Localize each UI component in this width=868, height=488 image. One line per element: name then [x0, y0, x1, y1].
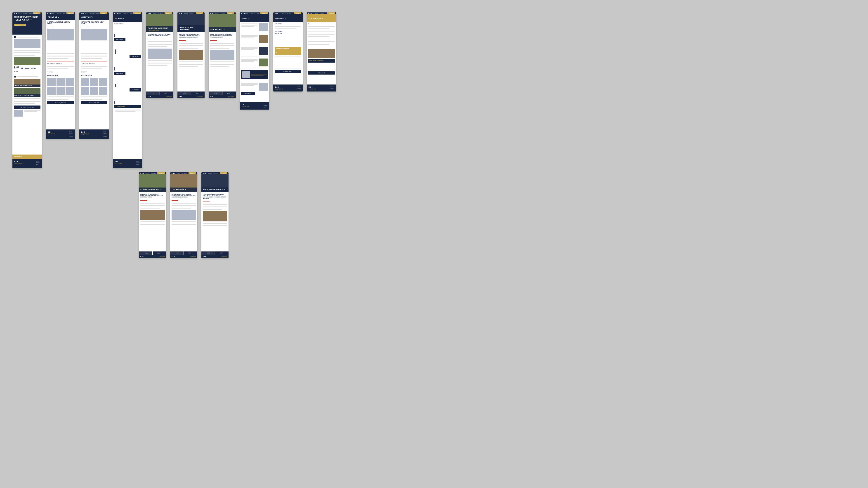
stories-footer-logo: EJH: [115, 161, 122, 162]
about1-hero: ABOUT US ↘: [46, 14, 75, 20]
about2-content: A STORY AS UNIQUE AS NEW YORK EJH THROUG…: [79, 20, 109, 129]
coney-next-label: NEXT →: [196, 92, 200, 94]
brooklyn-content: TRANSFORMING A HIGH-CRIME AREA INTO A BE…: [202, 192, 228, 252]
about2-nav: ABOUT STORIES NEWS: [85, 13, 100, 14]
news-article1: [241, 23, 268, 31]
carroll2-prev-label: ← PREV: [143, 252, 148, 254]
carroll2-footer: EJH (718) 555-0000: [139, 255, 166, 258]
coney-next-btn[interactable]: NEXT →: [191, 92, 205, 95]
carroll2-footer-phone: (718) 555-0000: [159, 256, 165, 257]
carroll2-next-btn[interactable]: NEXT →: [153, 252, 166, 255]
about2-header: EJH ABOUT STORIES NEWS TENANTS: [79, 12, 109, 14]
carroll2-nav: ABOUT STORIES: [146, 173, 156, 174]
stories-row2: LOWER EAST SIDE: [114, 42, 141, 54]
coney-photo1: [179, 50, 203, 60]
tenants-photo1: [308, 49, 335, 58]
lacentral-section-title: A NEW PARADIGM OF EQUITABLE AND SUSTAINA…: [210, 34, 235, 38]
brooklyn-prev-btn[interactable]: ← PREV: [202, 252, 215, 255]
imperial-next-btn[interactable]: NEXT →: [184, 252, 197, 255]
carroll-prev-btn[interactable]: ← PREV: [146, 92, 160, 95]
about1-partner-btn[interactable]: Partnering With EJH: [47, 101, 74, 104]
stories-read-more2[interactable]: READ MORE: [129, 55, 141, 58]
contact-phone2: (718) 555-0001: [275, 33, 301, 35]
home-stat-units: 4,000: [14, 66, 19, 68]
stories-read-more4[interactable]: READ MORE: [129, 88, 141, 92]
home-footer-logo: EJH: [14, 161, 22, 162]
about1-ejh-label: EJH THROUGH THE TEAM: [47, 63, 74, 65]
about2-footer: EJH (718) 555-0000 ABOUT STORIES NEWS CO…: [79, 129, 109, 139]
coney-red-line: [179, 40, 186, 41]
lacentral-next-btn[interactable]: NEXT →: [222, 92, 236, 95]
home-connect-btn[interactable]: LET'S GET CONNECTED: [14, 105, 40, 109]
contact-header: EJH ABOUT NEWS TENANTS: [273, 12, 303, 14]
imperial-footer-logo: EJH: [172, 256, 175, 257]
news-content: READ MORE: [240, 22, 269, 102]
tenants-header: EJH ABOUT NEWS TENANTS: [307, 12, 336, 14]
imperial-prev-btn[interactable]: ← PREV: [170, 252, 184, 255]
news-screen: EJH ABOUT STORIES NEWS TENANTS NEWS ↘: [240, 12, 269, 109]
about2-red-divider: [81, 61, 107, 61]
lacentral-prev-btn[interactable]: ← PREV: [209, 92, 222, 95]
about2-red-line: [81, 27, 88, 27]
tenants-footer-logo: EJH: [309, 86, 316, 88]
about2-photo-row: [81, 41, 107, 52]
carroll2-content: BRINGING EXTRAORDINARY DESIGN AND SUSTAI…: [139, 192, 166, 252]
news-article4: [241, 59, 268, 66]
brooklyn-red-line: [203, 201, 210, 202]
imperial-content: AN ARCHITECTURAL GEM IN CROWN HEIGHTS, A…: [170, 192, 197, 252]
contact-office-label: OUR OFFICE: [275, 23, 301, 25]
home-we-are: A: [14, 36, 40, 38]
tenants-submit-btn[interactable]: REACH OUT: [308, 71, 335, 74]
contact-submit-btn[interactable]: SEND MESSAGE: [275, 70, 301, 73]
stories-row3: LA CENTRAL: [114, 59, 141, 70]
news-read-more[interactable]: READ MORE: [241, 92, 255, 95]
carroll-next-btn[interactable]: NEXT →: [160, 92, 174, 95]
about1-team-photos2: [47, 87, 74, 95]
stories-read-more1[interactable]: READ MORE: [114, 38, 125, 41]
home-coalitions-label: COALITIONS & CALLS FOR CHANGE: [14, 95, 40, 96]
carroll2-prev-btn[interactable]: ← PREV: [139, 252, 152, 255]
brooklyn-next-label: NEXT →: [220, 252, 224, 254]
carroll-footer-logo: EJH: [148, 96, 151, 97]
news-nav: ABOUT STORIES NEWS: [245, 13, 260, 14]
home-section-badge: A: [14, 36, 16, 38]
carroll2-screen: EJH ABOUT STORIES TENANTS STANLEY COMMON…: [139, 172, 166, 258]
tenants-hero-title: FOR TENANTS ↘: [309, 18, 323, 20]
contact-footer-phone: (718) 555-0000: [275, 88, 283, 90]
home-stat-units-label: UNITS: [14, 68, 19, 69]
about2-logo: EJH: [81, 13, 85, 14]
brooklyn-nav: ABOUT STORIES: [208, 173, 218, 174]
home-text1: [14, 50, 40, 51]
contact-form-name[interactable]: [275, 56, 301, 58]
about2-partner-btn[interactable]: Partnering With EJH: [81, 101, 107, 104]
imperial-footer-phone: (718) 555-0000: [190, 256, 196, 257]
home-hero-arrow[interactable]: FOR TENANTS ↘: [14, 24, 26, 26]
coney-prev-btn[interactable]: ← PREV: [178, 92, 191, 95]
lacentral-screen: EJH ABOUT STORIES TENANTS LA CENTRAL ↘ A…: [209, 12, 236, 98]
contact-phone1: (718) 555-0000: [275, 31, 301, 32]
tenants-form-field1[interactable]: [308, 64, 335, 66]
about2-year: 1992: [81, 71, 107, 74]
stories-nav: ABOUT STORIES NEWS: [118, 13, 133, 14]
contact-connect-arrow: ↘: [276, 51, 277, 53]
carroll-footer-phone: (718) 555-0000: [166, 96, 172, 97]
stories-screen: EJH ABOUT STORIES NEWS TENANTS STORIES ↘…: [113, 12, 142, 168]
home-stat-xx2: $XXM: [25, 68, 30, 69]
contact-photo-row: [275, 36, 301, 46]
contact-form-message[interactable]: [275, 64, 301, 68]
stories-read-more3[interactable]: READ MORE: [114, 72, 125, 75]
lacentral-hero-title: LA CENTRAL ↘: [210, 29, 235, 31]
carroll-prev-label: ← PREV: [151, 92, 155, 94]
coney-nav: ABOUT STORIES: [184, 13, 194, 14]
contact-form-email[interactable]: [275, 60, 301, 62]
tenants-hero: FOR TENANTS ↘: [307, 14, 336, 22]
lacentral-content: A NEW PARADIGM OF EQUITABLE AND SUSTAINA…: [209, 32, 236, 92]
about1-photo-row: [47, 41, 74, 52]
brooklyn-next-btn[interactable]: NEXT →: [215, 252, 228, 255]
about1-building1: [47, 29, 74, 40]
tenants-form-field2[interactable]: [308, 68, 335, 70]
about2-screen: EJH ABOUT STORIES NEWS TENANTS ABOUT US …: [79, 12, 109, 139]
home-cta-banner[interactable]: FOR TENANTS ↘: [12, 155, 42, 159]
lacentral-nav-bar: ← PREV NEXT →: [209, 92, 236, 95]
contact-footer: EJH (718) 555-0000 ABOUT CONTACT: [273, 85, 303, 92]
